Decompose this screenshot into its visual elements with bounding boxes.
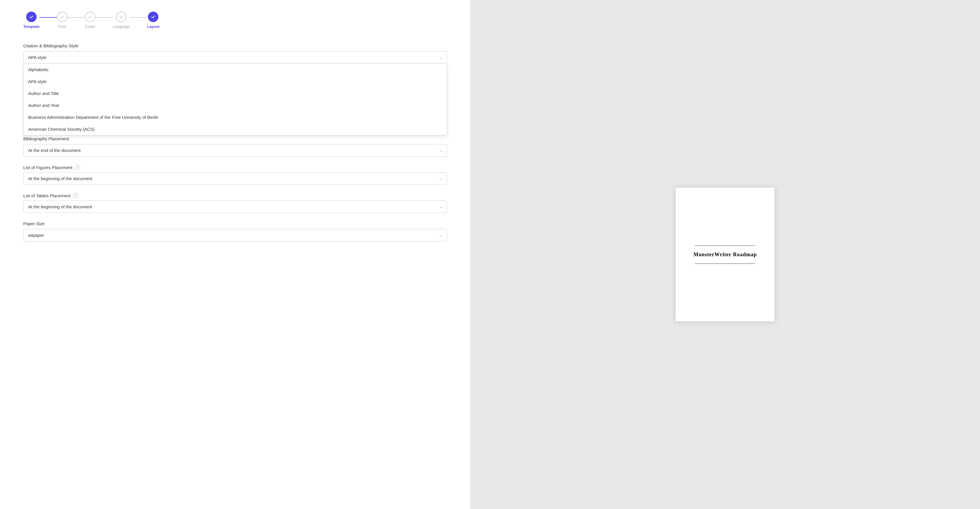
bibliography-selected-value: At the end of the document bbox=[28, 148, 81, 153]
citation-label: Citation & Bibliography Style bbox=[23, 43, 447, 48]
connector-1 bbox=[40, 17, 57, 18]
list-figures-header: List of Figures Placement ? bbox=[23, 165, 447, 170]
left-panel: Template Font Cover bbox=[0, 0, 471, 509]
dropdown-item-author-year[interactable]: Author and Year bbox=[24, 99, 447, 111]
bibliography-field-group: Bibliography Placement At the end of the… bbox=[23, 136, 447, 157]
citation-select[interactable]: APA style ⌵ bbox=[23, 51, 447, 64]
dropdown-item-apa[interactable]: APA style bbox=[24, 76, 447, 87]
paper-size-label: Paper Size bbox=[23, 221, 447, 226]
paper-size-field-group: Paper Size a4paper ⌵ bbox=[23, 221, 447, 242]
list-tables-label: List of Tables Placement bbox=[23, 193, 70, 198]
list-tables-header: List of Tables Placement ? bbox=[23, 193, 447, 198]
checkmark-icon bbox=[29, 14, 34, 19]
citation-field-group: Citation & Bibliography Style APA style … bbox=[23, 43, 447, 64]
document-title: MonsterWriter Roadmap bbox=[687, 251, 763, 258]
bibliography-label: Bibliography Placement bbox=[23, 136, 447, 141]
step-circle-font bbox=[57, 12, 67, 22]
chevron-down-icon-tables: ⌵ bbox=[440, 205, 442, 209]
step-template[interactable]: Template bbox=[23, 12, 40, 29]
chevron-down-icon-figures: ⌵ bbox=[440, 177, 442, 181]
step-font[interactable]: Font bbox=[57, 12, 67, 29]
citation-dropdown: Alphabetic APA style Author and Title Au… bbox=[23, 64, 447, 135]
list-tables-selected-value: At the beginning of the document bbox=[28, 204, 92, 209]
dropdown-item-author-title[interactable]: Author and Title bbox=[24, 87, 447, 99]
step-language[interactable]: Language bbox=[113, 12, 130, 29]
dropdown-item-alphabetic[interactable]: Alphabetic bbox=[24, 64, 447, 76]
chevron-down-icon-bibliography: ⌵ bbox=[440, 148, 442, 153]
dropdown-item-acs[interactable]: American Chemical Society (ACS) bbox=[24, 123, 447, 135]
step-label-template: Template bbox=[23, 24, 40, 29]
right-panel: MonsterWriter Roadmap bbox=[471, 0, 980, 509]
document-title-area: MonsterWriter Roadmap bbox=[687, 245, 763, 264]
step-circle-cover bbox=[85, 12, 95, 22]
list-figures-label: List of Figures Placement bbox=[23, 165, 72, 170]
citation-selected-value: APA style bbox=[28, 55, 46, 60]
list-figures-field-group: List of Figures Placement ? At the begin… bbox=[23, 165, 447, 185]
checkmark-icon-layout bbox=[151, 14, 156, 19]
step-label-cover: Cover bbox=[85, 24, 95, 29]
paper-size-selected-value: a4paper bbox=[28, 233, 44, 238]
list-figures-select[interactable]: At the beginning of the document ⌵ bbox=[23, 172, 447, 185]
list-tables-help-icon[interactable]: ? bbox=[73, 193, 78, 198]
stepper: Template Font Cover bbox=[23, 12, 447, 29]
step-layout[interactable]: Layout bbox=[147, 12, 159, 29]
step-circle-template bbox=[26, 12, 37, 22]
dropdown-item-business-admin[interactable]: Business Administration Department of th… bbox=[24, 111, 447, 123]
connector-2 bbox=[67, 17, 85, 18]
list-figures-selected-value: At the beginning of the document bbox=[28, 176, 92, 181]
list-tables-select[interactable]: At the beginning of the document ⌵ bbox=[23, 200, 447, 213]
checkmark-icon-cover bbox=[88, 14, 92, 19]
step-label-language: Language bbox=[113, 24, 130, 29]
step-cover[interactable]: Cover bbox=[85, 12, 95, 29]
paper-size-select[interactable]: a4paper ⌵ bbox=[23, 229, 447, 242]
connector-3 bbox=[95, 17, 113, 18]
step-circle-language bbox=[116, 12, 126, 22]
chevron-down-icon: ⌵ bbox=[440, 56, 442, 60]
document-preview: MonsterWriter Roadmap bbox=[676, 188, 775, 321]
list-figures-help-icon[interactable]: ? bbox=[75, 165, 80, 170]
connector-4 bbox=[130, 17, 147, 18]
chevron-down-icon-paper: ⌵ bbox=[440, 233, 442, 237]
step-label-layout: Layout bbox=[147, 24, 159, 29]
step-circle-layout bbox=[148, 12, 158, 22]
step-label-font: Font bbox=[59, 24, 66, 29]
doc-line-top bbox=[695, 245, 755, 246]
checkmark-icon-font bbox=[60, 14, 65, 19]
checkmark-icon-language bbox=[119, 14, 124, 19]
bibliography-select[interactable]: At the end of the document ⌵ bbox=[23, 144, 447, 157]
list-tables-field-group: List of Tables Placement ? At the beginn… bbox=[23, 193, 447, 213]
